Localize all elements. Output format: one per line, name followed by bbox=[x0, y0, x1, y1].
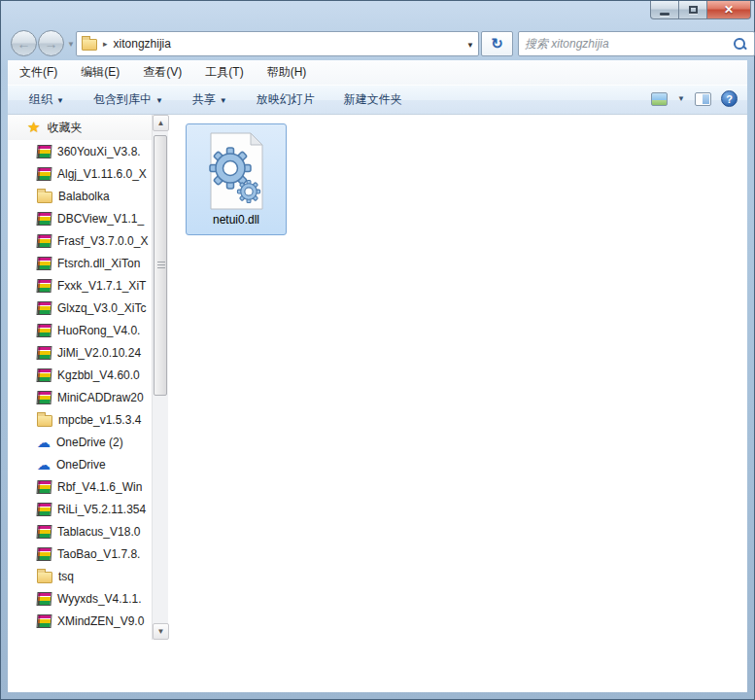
toolbar-organize-button[interactable]: 组织▼ bbox=[21, 88, 72, 111]
file-list-view[interactable]: netui0.dll bbox=[169, 115, 747, 640]
menu-help[interactable]: 帮助(H) bbox=[267, 64, 307, 81]
sidebar-item-label: TaoBao_V1.7.8. bbox=[57, 547, 140, 561]
change-view-icon[interactable] bbox=[651, 92, 668, 106]
onedrive-cloud-icon: ☁ bbox=[37, 436, 51, 449]
sidebar-item-label: Ftsrch.dll_XiTon bbox=[57, 257, 140, 270]
refresh-button[interactable]: ↻ bbox=[481, 31, 513, 56]
sidebar-item[interactable]: JiMi_V2.0.10.24 bbox=[8, 341, 152, 364]
sidebar-scrollbar[interactable]: ▲ ▼ bbox=[152, 115, 168, 640]
scrollbar-thumb[interactable] bbox=[154, 135, 167, 396]
rar-archive-icon bbox=[37, 145, 52, 158]
sidebar-item[interactable]: Balabolka bbox=[8, 185, 152, 207]
menu-tools[interactable]: 工具(T) bbox=[205, 64, 243, 81]
sidebar-item[interactable]: Glxzq_V3.0_XiTc bbox=[8, 297, 152, 319]
recent-pages-dropdown[interactable]: ▼ bbox=[67, 40, 75, 49]
folder-icon bbox=[82, 39, 97, 51]
back-icon: ← bbox=[17, 36, 31, 52]
forward-button[interactable]: → bbox=[38, 30, 64, 56]
sidebar-item-label: Wyyxds_V4.1.1. bbox=[57, 592, 142, 606]
sidebar-item[interactable]: Ftsrch.dll_XiTon bbox=[8, 252, 152, 274]
scroll-up-icon[interactable]: ▲ bbox=[153, 115, 169, 131]
toolbar-share-label: 共享 bbox=[192, 92, 216, 106]
breadcrumb-arrow-icon[interactable]: ▸ bbox=[103, 39, 108, 49]
sidebar-item[interactable]: DBCView_V1.1_ bbox=[8, 207, 152, 229]
scrollbar-grip-icon bbox=[157, 262, 165, 269]
sidebar-item-label: XMindZEN_V9.0 bbox=[57, 614, 144, 628]
rar-archive-icon bbox=[37, 257, 52, 270]
sidebar-item[interactable]: Algj_V1.11.6.0_X bbox=[8, 162, 152, 185]
sidebar-item[interactable]: tsq bbox=[8, 565, 152, 587]
forward-icon: → bbox=[45, 36, 58, 52]
menu-file[interactable]: 文件(F) bbox=[19, 64, 57, 81]
change-view-dropdown-icon[interactable]: ▼ bbox=[677, 94, 685, 103]
rar-archive-icon bbox=[37, 503, 52, 516]
rar-archive-icon bbox=[37, 547, 52, 561]
toolbar-include-in-library-button[interactable]: 包含到库中▼ bbox=[86, 88, 171, 111]
toolbar-slideshow-button[interactable]: 放映幻灯片 bbox=[249, 88, 323, 111]
refresh-icon: ↻ bbox=[491, 35, 503, 52]
folder-icon bbox=[37, 572, 52, 583]
dll-file-icon bbox=[204, 131, 268, 211]
sidebar-item[interactable]: Tablacus_V18.0 bbox=[8, 520, 152, 542]
maximize-button[interactable] bbox=[679, 1, 707, 19]
sidebar-item[interactable]: MiniCADDraw20 bbox=[8, 386, 152, 408]
toolbar-slideshow-label: 放映幻灯片 bbox=[257, 92, 315, 106]
navigation-bar: ← → ▼ ▸ xitongzhijia ▼ ↻ bbox=[8, 30, 747, 58]
help-icon[interactable]: ? bbox=[721, 90, 738, 107]
sidebar-item-label: JiMi_V2.0.10.24 bbox=[57, 346, 141, 360]
search-input[interactable] bbox=[525, 33, 729, 54]
sidebar-item-label: OneDrive bbox=[56, 458, 106, 472]
search-icon[interactable] bbox=[734, 38, 746, 51]
menu-edit[interactable]: 编辑(E) bbox=[81, 64, 120, 81]
toolbar-include-label: 包含到库中 bbox=[93, 92, 152, 106]
rar-archive-icon bbox=[37, 167, 52, 181]
toolbar-organize-label: 组织 bbox=[29, 92, 52, 106]
favorites-header[interactable]: ★ 收藏夹 bbox=[8, 115, 152, 140]
sidebar-item[interactable]: Wyyxds_V4.1.1. bbox=[8, 587, 152, 610]
sidebar-item[interactable]: 360YouXi_V3.8. bbox=[8, 140, 152, 162]
folder-icon bbox=[37, 192, 52, 203]
toolbar-new-folder-button[interactable]: 新建文件夹 bbox=[336, 88, 410, 111]
breadcrumb-path[interactable]: xitongzhijia bbox=[114, 37, 171, 51]
rar-archive-icon bbox=[37, 346, 52, 360]
sidebar-item[interactable]: HuoRong_V4.0. bbox=[8, 319, 152, 341]
file-item-netui0-dll[interactable]: netui0.dll bbox=[186, 123, 287, 235]
file-name-label: netui0.dll bbox=[213, 213, 259, 227]
sidebar-item[interactable]: XMindZEN_V9.0 bbox=[8, 610, 152, 632]
toolbar-share-button[interactable]: 共享▼ bbox=[185, 88, 235, 111]
sidebar-item[interactable]: RiLi_V5.2.11.354 bbox=[8, 498, 152, 520]
onedrive-cloud-icon: ☁ bbox=[37, 458, 51, 472]
sidebar-item[interactable]: ☁OneDrive bbox=[8, 453, 152, 475]
rar-archive-icon bbox=[37, 234, 52, 248]
window-controls: ✕ bbox=[650, 1, 751, 19]
sidebar-item[interactable]: Fxxk_V1.7.1_XiT bbox=[8, 274, 152, 297]
scroll-down-icon[interactable]: ▼ bbox=[153, 623, 169, 640]
sidebar-item-label: 360YouXi_V3.8. bbox=[57, 145, 141, 158]
back-button[interactable]: ← bbox=[11, 30, 37, 56]
menu-bar: 文件(F) 编辑(E) 查看(V) 工具(T) 帮助(H) bbox=[8, 60, 747, 85]
command-bar: 组织▼ 包含到库中▼ 共享▼ 放映幻灯片 新建文件夹 ▼ ? bbox=[8, 85, 747, 115]
sidebar-item[interactable]: ☁OneDrive (2) bbox=[8, 431, 152, 453]
rar-archive-icon bbox=[37, 324, 52, 337]
client-area: 文件(F) 编辑(E) 查看(V) 工具(T) 帮助(H) 组织▼ 包含到库中▼… bbox=[8, 60, 747, 692]
minimize-button[interactable] bbox=[650, 1, 679, 19]
menu-view[interactable]: 查看(V) bbox=[143, 64, 182, 81]
navigation-pane: ★ 收藏夹 360YouXi_V3.8. Algj_V1.11.6.0_X Ba… bbox=[8, 115, 152, 640]
sidebar-item-label: Tablacus_V18.0 bbox=[57, 525, 140, 539]
folder-icon bbox=[37, 415, 52, 427]
rar-archive-icon bbox=[37, 301, 52, 315]
rar-archive-icon bbox=[37, 368, 52, 382]
preview-pane-icon[interactable] bbox=[695, 92, 711, 106]
sidebar-item[interactable]: Frasf_V3.7.0.0_X bbox=[8, 229, 152, 252]
sidebar-item[interactable]: Kgzbbl_V4.60.0 bbox=[8, 364, 152, 386]
address-dropdown-icon[interactable]: ▼ bbox=[466, 41, 474, 50]
chevron-down-icon: ▼ bbox=[155, 96, 163, 105]
maximize-icon bbox=[689, 6, 698, 14]
address-bar[interactable]: ▸ xitongzhijia ▼ bbox=[76, 31, 479, 56]
sidebar-item[interactable]: mpcbe_v1.5.3.4 bbox=[8, 408, 152, 431]
sidebar-item-label: Balabolka bbox=[58, 190, 110, 203]
sidebar-item[interactable]: Rbf_V4.1.6_Win bbox=[8, 475, 152, 498]
close-button[interactable]: ✕ bbox=[707, 1, 751, 19]
explorer-body: ★ 收藏夹 360YouXi_V3.8. Algj_V1.11.6.0_X Ba… bbox=[8, 115, 747, 640]
sidebar-item[interactable]: TaoBao_V1.7.8. bbox=[8, 542, 152, 565]
